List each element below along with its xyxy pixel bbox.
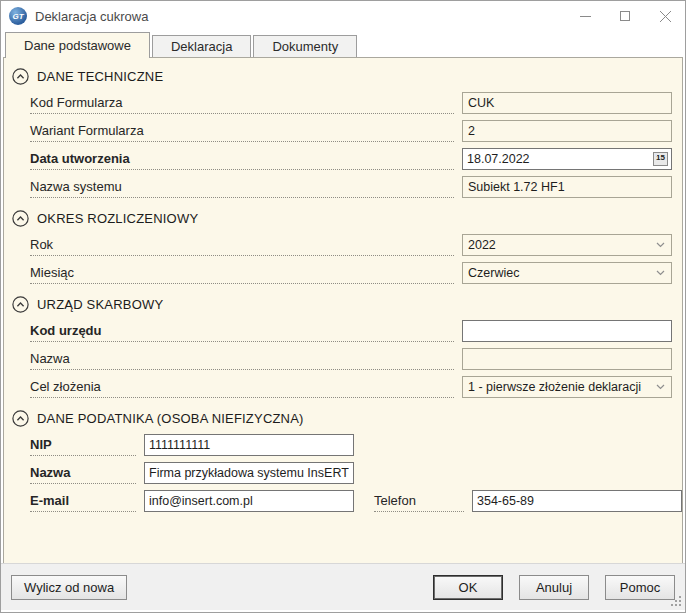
close-icon [660, 11, 671, 22]
calendar-icon: 15 [653, 152, 668, 166]
field-row: Cel złożenia 1 - pierwsze złożenie dekla… [30, 376, 672, 398]
dialog-window: GT Deklaracja cukrowa Dane podstawowe De… [0, 0, 686, 613]
field-value: 2 [468, 124, 475, 138]
tab-label: Dane podstawowe [24, 38, 131, 53]
tab-label: Deklaracja [171, 39, 232, 54]
date-picker-button[interactable]: 15 [650, 149, 671, 169]
select-value: Czerwiec [468, 266, 519, 280]
section-title: DANE PODATNIKA (OSOBA NIEFIZYCZNA) [37, 411, 304, 426]
nazwa-systemu-field: Subiekt 1.72 HF1 [462, 176, 672, 198]
rok-select[interactable]: 2022 [462, 234, 672, 256]
field-row: E-mail Telefon [30, 490, 672, 512]
field-label: NIP [30, 437, 52, 452]
field-row: Nazwa [30, 462, 672, 484]
wariant-formularza-field: 2 [462, 120, 672, 142]
miesiac-select[interactable]: Czerwiec [462, 262, 672, 284]
maximize-button[interactable] [605, 1, 645, 31]
button-bar: Wylicz od nowa OK Anuluj Pomoc [1, 563, 685, 610]
section-title: URZĄD SKARBOWY [37, 297, 163, 312]
field-row: Wariant Formularza 2 [30, 120, 672, 142]
chevron-down-icon [656, 242, 665, 248]
kod-urzedu-input[interactable] [462, 320, 672, 342]
minimize-icon [580, 11, 591, 22]
window-title: Deklaracja cukrowa [35, 9, 565, 24]
tab-strip: Dane podstawowe Deklaracja Dokumenty [1, 31, 685, 57]
chevron-up-circle-icon [12, 210, 29, 227]
chevron-up-circle-icon [12, 410, 29, 427]
field-value: CUK [468, 96, 494, 110]
section-header-urzad-skarbowy: URZĄD SKARBOWY [12, 294, 672, 314]
insert-gt-logo: GT [9, 7, 27, 25]
field-label: Data utworzenia [30, 151, 130, 166]
collapse-section-button[interactable] [12, 296, 29, 313]
title-bar: GT Deklaracja cukrowa [1, 1, 685, 31]
help-button[interactable]: Pomoc [605, 575, 675, 600]
collapse-section-button[interactable] [12, 210, 29, 227]
field-label: Wariant Formularza [30, 123, 144, 138]
data-utworzenia-input[interactable] [462, 148, 672, 170]
field-label: Telefon [374, 493, 416, 508]
field-row: Data utworzenia 15 [30, 148, 672, 170]
field-label: Cel złożenia [30, 379, 101, 394]
field-label: Kod Formularza [30, 95, 122, 110]
field-value: Subiekt 1.72 HF1 [468, 180, 565, 194]
field-label: Nazwa [30, 351, 70, 366]
field-label: Nazwa systemu [30, 179, 122, 194]
section-header-dane-podatnika: DANE PODATNIKA (OSOBA NIEFIZYCZNA) [12, 408, 672, 428]
field-row: Nazwa [30, 348, 672, 370]
field-row: Kod Formularza CUK [30, 92, 672, 114]
email-input[interactable] [144, 490, 354, 512]
data-utworzenia-field: 15 [462, 148, 672, 170]
chevron-up-circle-icon [12, 68, 29, 85]
tab-dokumenty[interactable]: Dokumenty [253, 35, 357, 57]
tab-dane-podstawowe[interactable]: Dane podstawowe [5, 32, 150, 58]
field-row: Miesiąc Czerwiec [30, 262, 672, 284]
field-label: Nazwa [30, 465, 70, 480]
tab-content-panel: DANE TECHNICZNE Kod Formularza CUK Waria… [3, 57, 683, 563]
chevron-down-icon [656, 384, 665, 390]
chevron-down-icon [656, 270, 665, 276]
field-row: Rok 2022 [30, 234, 672, 256]
field-label: Kod urzędu [30, 323, 102, 338]
select-value: 1 - pierwsze złożenie deklaracji [468, 380, 641, 394]
section-header-okres-rozliczeniowy: OKRES ROZLICZENIOWY [12, 208, 672, 228]
minimize-button[interactable] [565, 1, 605, 31]
calendar-day: 15 [656, 153, 665, 162]
nazwa-podatnika-input[interactable] [144, 462, 354, 484]
section-title: OKRES ROZLICZENIOWY [37, 211, 198, 226]
field-label: Miesiąc [30, 265, 74, 280]
chevron-up-circle-icon [12, 296, 29, 313]
nazwa-urzedu-field [462, 348, 672, 370]
tab-label: Dokumenty [272, 39, 338, 54]
field-row: Kod urzędu [30, 320, 672, 342]
recalculate-button[interactable]: Wylicz od nowa [11, 575, 127, 600]
telefon-input[interactable] [472, 490, 682, 512]
ok-button[interactable]: OK [433, 575, 503, 600]
kod-formularza-field: CUK [462, 92, 672, 114]
collapse-section-button[interactable] [12, 410, 29, 427]
collapse-section-button[interactable] [12, 68, 29, 85]
section-title: DANE TECHNICZNE [37, 69, 163, 84]
nip-input[interactable] [144, 434, 354, 456]
field-row: NIP [30, 434, 672, 456]
tab-deklaracja[interactable]: Deklaracja [152, 35, 251, 57]
field-row: Nazwa systemu Subiekt 1.72 HF1 [30, 176, 672, 198]
close-button[interactable] [645, 1, 685, 31]
select-value: 2022 [468, 238, 496, 252]
cel-zlozenia-select[interactable]: 1 - pierwsze złożenie deklaracji [462, 376, 672, 398]
field-label: Rok [30, 237, 53, 252]
field-label: E-mail [30, 493, 69, 508]
section-header-dane-techniczne: DANE TECHNICZNE [12, 66, 672, 86]
maximize-icon [620, 11, 630, 21]
cancel-button[interactable]: Anuluj [519, 575, 589, 600]
resize-grip[interactable] [669, 594, 683, 608]
